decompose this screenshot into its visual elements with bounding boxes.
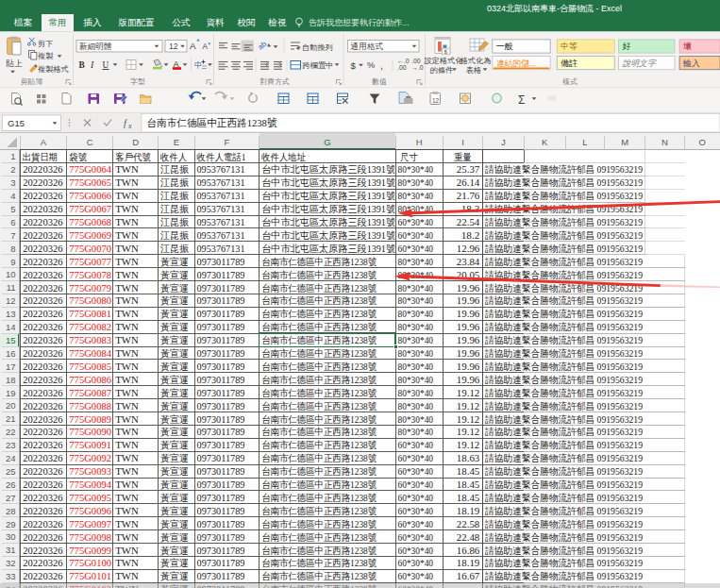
- svg-text:黃宣運: 黃宣運: [160, 466, 189, 477]
- svg-text:0973011789: 0973011789: [197, 506, 245, 516]
- svg-text:台南市仁德區中正西路1238號: 台南市仁德區中正西路1238號: [261, 506, 377, 516]
- svg-text:23: 23: [6, 440, 16, 450]
- svg-text:20220326: 20220326: [23, 230, 62, 241]
- svg-text:775G0077: 775G0077: [69, 257, 111, 267]
- svg-text:請協助連繫合勝物流許郁昌 0919563219: 請協助連繫合勝物流許郁昌 0919563219: [485, 335, 643, 345]
- svg-text:台南市仁德區中正西路1238號: 台南市仁德區中正西路1238號: [261, 361, 377, 372]
- svg-text:台南市仁德區中正西路1238號: 台南市仁德區中正西路1238號: [261, 558, 377, 568]
- svg-text:20220326: 20220326: [23, 295, 62, 306]
- svg-text:台南市仁德區中正西路1238號: 台南市仁德區中正西路1238號: [261, 440, 377, 450]
- svg-text:TWN: TWN: [115, 217, 139, 227]
- svg-text:台南市仁德區中正西路1238號: 台南市仁德區中正西路1238號: [261, 532, 377, 543]
- svg-text:TWN: TWN: [115, 532, 139, 543]
- svg-text:設定格式化: 設定格式化: [425, 57, 464, 65]
- svg-text:0973011789: 0973011789: [197, 571, 245, 581]
- svg-text:775G0088: 775G0088: [69, 401, 111, 412]
- svg-text:0973011789: 0973011789: [197, 427, 245, 437]
- svg-text:0324北部以南專車-合勝物流 - Excel: 0324北部以南專車-合勝物流 - Excel: [487, 4, 622, 13]
- svg-text:775G0094: 775G0094: [69, 479, 111, 490]
- svg-text:TWN: TWN: [115, 479, 139, 490]
- svg-text:20220326: 20220326: [23, 388, 62, 398]
- svg-text:775G0095: 775G0095: [69, 493, 111, 503]
- svg-text:0973011789: 0973011789: [197, 532, 245, 543]
- svg-text:TWN: TWN: [115, 427, 139, 437]
- svg-text:黃宣運: 黃宣運: [160, 440, 189, 450]
- svg-text:22.58: 22.58: [457, 519, 480, 529]
- svg-text:台南市仁德區中正西路1238號: 台南市仁德區中正西路1238號: [261, 283, 377, 294]
- svg-text:.00: .00: [411, 58, 421, 64]
- svg-text:0953767131: 0953767131: [197, 204, 245, 214]
- svg-text:775G0065: 775G0065: [69, 177, 111, 188]
- svg-text:台中市北屯區太原路三段1391號（: 台中市北屯區太原路三段1391號（: [261, 244, 405, 254]
- svg-text:20220326: 20220326: [23, 361, 62, 372]
- svg-text:N: N: [661, 137, 668, 147]
- svg-text:18.2: 18.2: [461, 230, 480, 241]
- svg-text:G: G: [324, 137, 330, 147]
- svg-text:黃宣運: 黃宣運: [160, 519, 189, 529]
- svg-text:台南市仁德區中正西路1238號: 台南市仁德區中正西路1238號: [261, 546, 377, 556]
- svg-text:0953767131: 0953767131: [197, 177, 245, 188]
- svg-text:19.12: 19.12: [457, 427, 480, 437]
- svg-text:0973011789: 0973011789: [197, 519, 245, 529]
- svg-text:黃宣運: 黃宣運: [160, 506, 189, 516]
- svg-text:775G0085: 775G0085: [69, 361, 111, 372]
- svg-text:27: 27: [6, 493, 16, 503]
- svg-text:775G0081: 775G0081: [69, 309, 111, 319]
- svg-text:台南市仁德區中正西路1238號: 台南市仁德區中正西路1238號: [261, 335, 377, 345]
- svg-text:台南市仁德區中正西路1238號: 台南市仁德區中正西路1238號: [261, 571, 377, 581]
- svg-text:12: 12: [6, 295, 16, 306]
- svg-text:TWN: TWN: [115, 375, 139, 385]
- svg-text:版面配置: 版面配置: [119, 17, 156, 27]
- svg-text:江昆振: 江昆振: [160, 177, 190, 188]
- svg-text:775G0092: 775G0092: [69, 453, 111, 463]
- svg-text:黃宣運: 黃宣運: [160, 571, 189, 581]
- svg-text:23.84: 23.84: [457, 257, 480, 267]
- svg-text:TWN: TWN: [115, 453, 139, 463]
- svg-text:80*30*40: 80*30*40: [398, 164, 434, 175]
- svg-text:20220326: 20220326: [23, 546, 62, 556]
- svg-text:80*30*40: 80*30*40: [398, 322, 434, 332]
- svg-text:台南市仁德區中正西路1238號: 台南市仁德區中正西路1238號: [261, 519, 377, 529]
- svg-text:21: 21: [6, 413, 16, 424]
- svg-text:請協助連繫合勝物流許郁昌 0919563219: 請協助連繫合勝物流許郁昌 0919563219: [485, 532, 643, 543]
- svg-text:TWN: TWN: [115, 191, 139, 201]
- svg-text:20220326: 20220326: [23, 571, 62, 581]
- svg-text:19.96: 19.96: [457, 309, 480, 319]
- svg-text:32: 32: [6, 558, 16, 568]
- svg-text:表格: 表格: [466, 66, 481, 75]
- svg-text:請協助連繫合勝物流許郁昌 0919563219: 請協助連繫合勝物流許郁昌 0919563219: [485, 466, 643, 477]
- svg-text:TWN: TWN: [115, 571, 139, 581]
- svg-text:18.19: 18.19: [457, 506, 480, 516]
- svg-text:18.45: 18.45: [457, 479, 480, 490]
- svg-text:0973011789: 0973011789: [197, 283, 245, 294]
- svg-text:13: 13: [6, 309, 16, 319]
- svg-text:14: 14: [6, 322, 16, 332]
- svg-text:樣式: 樣式: [562, 77, 578, 86]
- svg-text:19.96: 19.96: [457, 361, 480, 372]
- svg-text:台中市北屯區太原路三段1391號（: 台中市北屯區太原路三段1391號（: [261, 204, 405, 214]
- svg-text:台中市北屯區太原路三段1391號（: 台中市北屯區太原路三段1391號（: [261, 164, 405, 175]
- svg-text:%: %: [367, 59, 375, 70]
- svg-text:4: 4: [10, 191, 15, 201]
- svg-text:775G0100: 775G0100: [69, 558, 111, 568]
- svg-text:0973011789: 0973011789: [197, 558, 245, 568]
- svg-text:黃宣運: 黃宣運: [160, 388, 189, 398]
- svg-text:O: O: [699, 137, 706, 147]
- svg-text:TWN: TWN: [115, 388, 139, 398]
- svg-text:A: A: [174, 59, 180, 69]
- svg-text:收件人地址: 收件人地址: [261, 152, 306, 162]
- svg-text:請協助連繫合勝物流許郁昌 0919563219: 請協助連繫合勝物流許郁昌 0919563219: [485, 427, 643, 437]
- svg-text:0973011789: 0973011789: [197, 295, 245, 306]
- svg-text:775G0079: 775G0079: [69, 283, 111, 294]
- svg-text:出貨日期: 出貨日期: [23, 152, 59, 162]
- svg-text:0953767131: 0953767131: [197, 191, 245, 201]
- svg-text:775G0090: 775G0090: [69, 427, 111, 437]
- svg-text:的條件: 的條件: [430, 66, 454, 75]
- svg-text:常用: 常用: [49, 17, 67, 27]
- svg-text:,: ,: [380, 59, 383, 71]
- svg-text:TWN: TWN: [115, 348, 139, 359]
- svg-text:0973011789: 0973011789: [197, 388, 245, 398]
- svg-text:說明文字: 說明文字: [622, 59, 657, 68]
- svg-text:775G0084: 775G0084: [69, 348, 111, 359]
- svg-text:19.96: 19.96: [457, 322, 480, 332]
